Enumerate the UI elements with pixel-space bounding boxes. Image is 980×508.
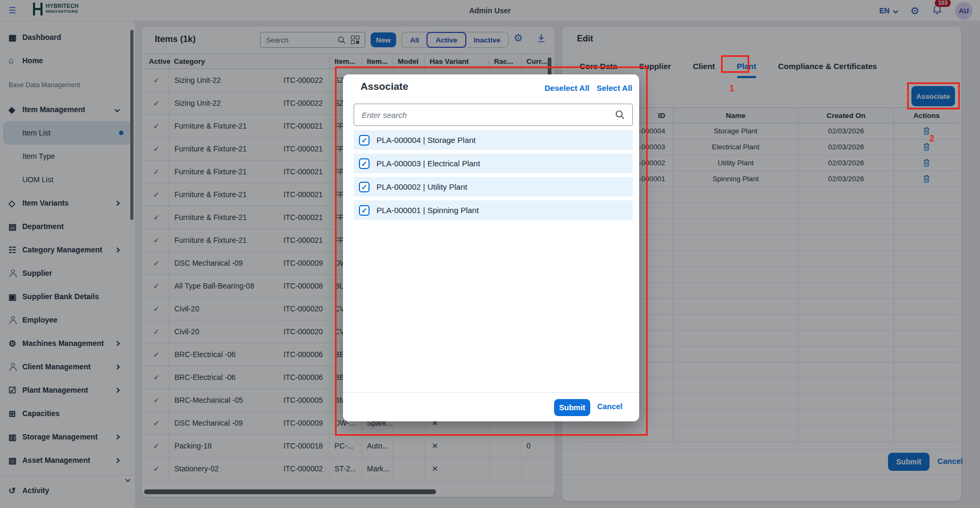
checkbox-checked[interactable]: ✓ [359,158,370,169]
plant-option-label: PLA-000003 | Electrical Plant [376,159,480,168]
checkbox-checked[interactable]: ✓ [359,205,370,216]
plant-option-row[interactable]: ✓ PLA-000003 | Electrical Plant [354,154,633,173]
modal-title: Associate [361,81,408,92]
modal-footer-divider [343,392,639,393]
plant-option-row[interactable]: ✓ PLA-000002 | Utility Plant [354,177,633,197]
plant-option-row[interactable]: ✓ PLA-000004 | Storage Plant [354,130,633,150]
associate-modal: Associate Deselect All Select All ✓ PLA-… [343,74,639,421]
select-all-link[interactable]: Select All [597,83,632,92]
plant-option-label: PLA-000001 | Spinning Plant [376,206,479,215]
plant-option-label: PLA-000004 | Storage Plant [376,136,476,145]
deselect-all-link[interactable]: Deselect All [545,83,590,92]
application-window: ☰ HYBRITECH INNOVATIONS Admin User EN ⚙ … [0,0,980,508]
search-icon[interactable] [615,110,625,120]
checkbox-checked[interactable]: ✓ [359,135,370,146]
plant-option-row[interactable]: ✓ PLA-000001 | Spinning Plant [354,200,633,220]
modal-cancel-button[interactable]: Cancel [597,402,623,411]
checkbox-checked[interactable]: ✓ [359,182,370,192]
modal-search-input[interactable] [354,111,615,120]
plant-options-list: ✓ PLA-000004 | Storage Plant ✓ PLA-00000… [354,130,633,224]
plant-option-label: PLA-000002 | Utility Plant [376,182,467,191]
modal-submit-button[interactable]: Submit [554,399,590,416]
modal-search-box [354,104,633,126]
